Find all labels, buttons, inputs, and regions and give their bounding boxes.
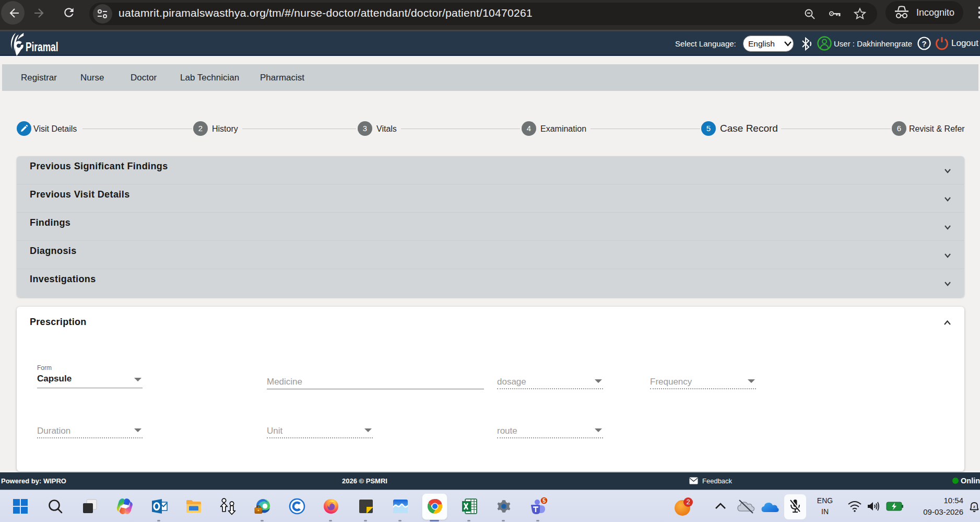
svg-text:2: 2 bbox=[686, 498, 690, 506]
svg-text:5: 5 bbox=[542, 497, 546, 504]
svg-text:z: z bbox=[973, 504, 975, 509]
svg-text:?: ? bbox=[922, 39, 926, 48]
